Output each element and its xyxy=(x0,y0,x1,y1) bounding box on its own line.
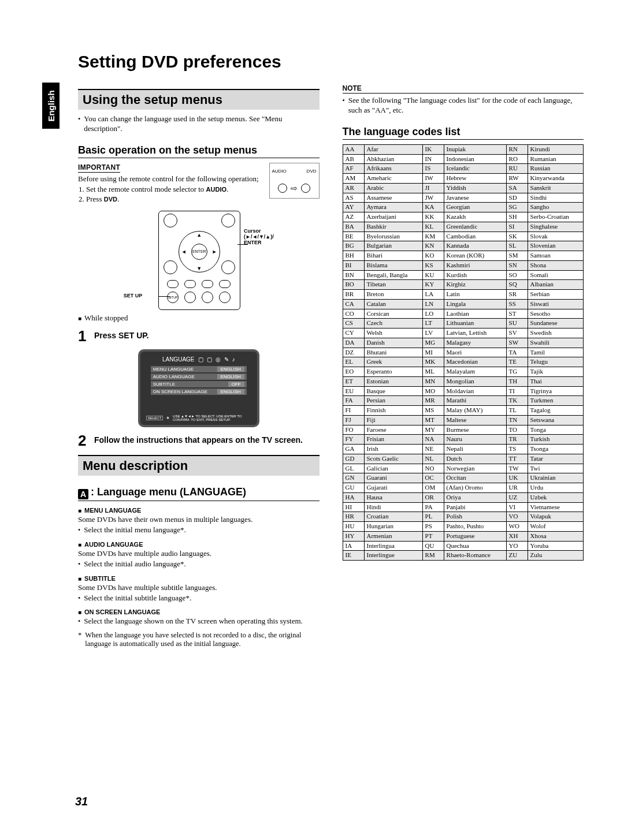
lang-code: SR xyxy=(506,290,528,300)
page: English Setting DVD preferences Using th… xyxy=(0,0,624,840)
table-row: IEInterlingueRMRhaeto-RomanceZUZulu xyxy=(343,551,584,561)
lang-name: Aymara xyxy=(364,203,422,212)
lang-name: Turkish xyxy=(528,435,583,445)
arrow-icon xyxy=(291,184,298,193)
table-row: COCorsicanLOLaothianSTSesotho xyxy=(343,309,584,319)
lang-code: SD xyxy=(506,193,528,203)
table-row: ASAssameseJWJavaneseSDSindhi xyxy=(343,193,584,203)
tv-foot-hint: USE ▲▼◄► TO SELECT. USE ENTER TO CONFIRM… xyxy=(173,415,251,421)
lang-code: SV xyxy=(506,328,528,338)
selector-diagram: AUDIO DVD xyxy=(269,163,320,199)
lang-name: Thai xyxy=(528,376,583,386)
table-row: GLGalicianNONorwegianTWTwi xyxy=(343,464,584,473)
lang-name: Tamil xyxy=(528,348,583,357)
lang-code: KS xyxy=(422,260,444,270)
lang-code: AA xyxy=(343,144,364,154)
lang-code: SS xyxy=(506,299,528,309)
lang-name: Interlingue xyxy=(364,551,422,561)
lang-code: IE xyxy=(343,551,364,561)
lang-code: UR xyxy=(506,483,528,493)
footnote-marker: * xyxy=(78,631,81,648)
lang-code: ML xyxy=(422,367,444,377)
selector-audio-label: AUDIO xyxy=(272,169,287,174)
lang-name: Welsh xyxy=(364,328,422,338)
lang-name: Pashto, Pushto xyxy=(444,522,506,532)
lang-name: Burmese xyxy=(444,425,506,435)
lang-name: Zulu xyxy=(528,551,583,561)
lang-name: Slovak xyxy=(528,232,583,241)
page-title: Setting DVD preferences xyxy=(78,52,584,72)
lang-name: Tajik xyxy=(528,367,583,377)
lang-code: KA xyxy=(422,203,444,212)
lang-code: TH xyxy=(506,376,528,386)
lang-name: Scots Gaelic xyxy=(364,454,422,464)
lang-name: Lingala xyxy=(444,299,506,309)
lang-name: Breton xyxy=(364,290,422,300)
lang-name: Guarani xyxy=(364,473,422,483)
lang-name: Swahili xyxy=(528,338,583,348)
lang-code: SQ xyxy=(506,280,528,290)
section-osd-title: ON SCREEN LANGUAGE xyxy=(78,608,320,615)
lang-name: Xhosa xyxy=(528,531,583,541)
lang-name: Marathi xyxy=(444,396,506,406)
table-row: AFAfrikaansISIcelandicRURussian xyxy=(343,164,584,174)
lang-name: Lithuanian xyxy=(444,319,506,328)
tab-icon: ♪ xyxy=(232,356,235,363)
section-menu-language-title: MENU LANGUAGE xyxy=(78,507,320,514)
lang-name: Hausa xyxy=(364,492,422,502)
lang-name: Siswati xyxy=(528,299,583,309)
footnote-text: When the language you have selected is n… xyxy=(85,631,319,648)
lang-code: RO xyxy=(506,154,528,164)
table-row: AAAfarIKInupiakRNKirundi xyxy=(343,144,584,154)
table-row: CSCzechLTLithuanianSUSundanese xyxy=(343,319,584,328)
lang-name: Tigrinya xyxy=(528,386,583,396)
lang-code: MI xyxy=(422,348,444,357)
lang-code: KU xyxy=(422,270,444,280)
lang-name: Bislama xyxy=(364,260,422,270)
lang-name: Bashkir xyxy=(364,222,422,232)
lang-code: HI xyxy=(343,502,364,512)
lang-name: Irish xyxy=(364,445,422,454)
lang-code: GN xyxy=(343,473,364,483)
lang-name: Rhaeto-Romance xyxy=(444,551,506,561)
section-audio-language-bullet: Select the initial audio language*. xyxy=(84,559,186,569)
lang-name: Volapuk xyxy=(528,512,583,522)
bullet-icon xyxy=(78,114,80,124)
heading-basic-operation: Basic operation on the setup menus xyxy=(78,144,320,158)
lang-name: Gujarati xyxy=(364,483,422,493)
lang-code: IK xyxy=(422,144,444,154)
step-1: 1 Press SET UP. xyxy=(78,328,320,344)
lang-name: Finnish xyxy=(364,406,422,416)
lang-code: YO xyxy=(506,541,528,551)
lang-code: SI xyxy=(506,222,528,232)
lang-code: TI xyxy=(506,386,528,396)
lang-code: PT xyxy=(422,531,444,541)
lang-code: TR xyxy=(506,435,528,445)
lang-name: Vietnamese xyxy=(528,502,583,512)
lang-name: Kannada xyxy=(444,241,506,251)
lang-name: Malagasy xyxy=(444,338,506,348)
lang-code: HA xyxy=(343,492,364,502)
lang-code: LV xyxy=(422,328,444,338)
bullet-icon xyxy=(78,525,80,535)
table-row: FYFrisianNANauruTRTurkish xyxy=(343,435,584,445)
lang-code: OR xyxy=(422,492,444,502)
language-tab: English xyxy=(42,83,60,129)
lang-name: Assamese xyxy=(364,193,422,203)
lang-name: Frisian xyxy=(364,435,422,445)
lang-name: Javanese xyxy=(444,193,506,203)
table-row: BRBretonLALatinSRSerbian xyxy=(343,290,584,300)
table-row: BNBengali, BanglaKUKurdishSOSomali xyxy=(343,270,584,280)
table-row: HAHausaOROriyaUZUzbek xyxy=(343,492,584,502)
lang-name: Kazakh xyxy=(444,212,506,222)
lang-code: SN xyxy=(506,260,528,270)
lang-code: LT xyxy=(422,319,444,328)
step-2-number: 2 xyxy=(78,433,90,448)
while-stopped: While stopped xyxy=(78,313,320,323)
lang-code: PS xyxy=(422,522,444,532)
lang-code: IN xyxy=(422,154,444,164)
table-row: BABashkirKLGreenlandicSISinghalese xyxy=(343,222,584,232)
lang-code: TO xyxy=(506,425,528,435)
language-tab-label: English xyxy=(46,90,56,121)
lang-code: IA xyxy=(343,541,364,551)
